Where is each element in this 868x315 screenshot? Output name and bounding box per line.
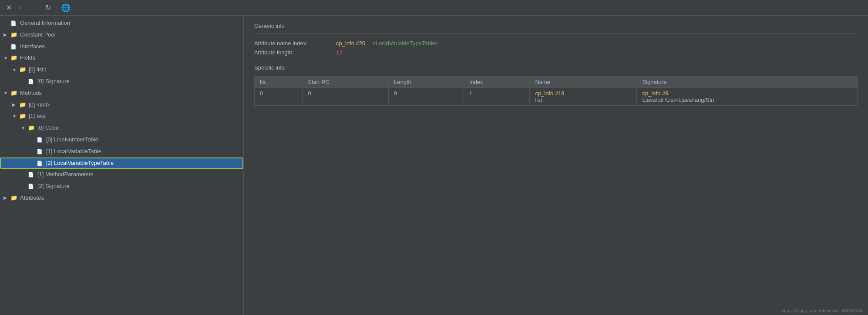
data-table-container: Nr. Start PC Length Index Name Signature… xyxy=(254,76,858,106)
file-icon xyxy=(28,170,36,179)
table-cell: 9 xyxy=(389,88,464,106)
folder-icon xyxy=(19,65,27,74)
attr-name-index-val-yellow: cp_info #20 xyxy=(336,40,365,47)
sidebar-item-label: Methods xyxy=(20,89,42,98)
generic-info-label: Generic info xyxy=(254,23,858,29)
sidebar-item-fields-list1-sig[interactable]: [0] Signature xyxy=(0,76,243,87)
footer-url: https://blog.csdn.net/weixin_43843104 xyxy=(781,308,863,313)
sidebar-item-label: Interfaces xyxy=(20,42,45,51)
sidebar-item-code-localvariable[interactable]: [1] LocalVariableTable xyxy=(0,146,243,158)
sidebar-item-label: [0] Code xyxy=(37,124,59,133)
toolbar-divider xyxy=(57,3,57,12)
attr-name-index-row: Attribute name index: cp_info #20 <Local… xyxy=(254,40,858,47)
arrow-icon xyxy=(3,194,10,201)
content-area: Generic info Attribute name index: cp_in… xyxy=(244,16,868,315)
file-icon xyxy=(37,147,44,156)
back-button[interactable]: ← xyxy=(17,3,27,13)
sidebar-item-general-info[interactable]: General Information xyxy=(0,17,243,29)
folder-icon xyxy=(10,54,18,63)
sidebar-item-label: [0] LineNumberTable xyxy=(46,135,98,144)
folder-icon xyxy=(10,194,18,203)
col-start-pc: Start PC xyxy=(303,77,389,88)
table-row: 0091cp_info #19listcp_info #9Ljava/util/… xyxy=(255,88,857,106)
refresh-button[interactable]: ↻ xyxy=(43,3,53,13)
sidebar-item-label: Fields xyxy=(20,54,35,63)
cell-yellow-val: cp_info #19 xyxy=(535,90,631,97)
sidebar-item-methods[interactable]: Methods xyxy=(0,87,243,99)
sidebar-item-fields[interactable]: Fields xyxy=(0,52,243,64)
file-icon xyxy=(37,135,44,144)
file-icon xyxy=(10,19,18,28)
sidebar-item-methods-init[interactable]: [0] <init> xyxy=(0,99,243,111)
sidebar-item-methods-params[interactable]: [1] MethodParameters xyxy=(0,169,243,181)
folder-icon xyxy=(19,101,27,110)
sidebar-item-attributes[interactable]: Attributes xyxy=(0,192,243,204)
table-cell: 1 xyxy=(464,88,530,106)
folder-icon xyxy=(28,124,36,133)
folder-icon xyxy=(10,89,18,98)
toolbar: ✕ ← → ↻ 🌐 xyxy=(0,0,868,16)
sidebar-item-interfaces[interactable]: Interfaces xyxy=(0,41,243,53)
col-nr: Nr. xyxy=(255,77,303,88)
globe-button[interactable]: 🌐 xyxy=(61,3,71,13)
col-name: Name xyxy=(530,77,637,88)
attr-length-key: Attribute length: xyxy=(254,49,333,56)
sidebar-item-label: Attributes xyxy=(20,194,44,203)
arrow-icon xyxy=(3,31,10,38)
sidebar-item-label: [0] Signature xyxy=(37,77,70,86)
attr-name-index-key: Attribute name index: xyxy=(254,40,333,47)
folder-icon xyxy=(19,112,27,121)
arrow-icon xyxy=(12,113,19,120)
file-icon xyxy=(37,159,44,168)
table-cell: 0 xyxy=(255,88,303,106)
data-table: Nr. Start PC Length Index Name Signature… xyxy=(255,77,857,105)
file-icon xyxy=(28,77,36,86)
forward-button[interactable]: → xyxy=(30,3,40,13)
main-area: General InformationConstant PoolInterfac… xyxy=(0,16,868,315)
sidebar-item-constant-pool[interactable]: Constant Pool xyxy=(0,29,243,41)
attr-length-val: 12 xyxy=(336,49,342,56)
arrow-icon xyxy=(21,125,28,132)
file-icon xyxy=(28,182,36,191)
col-index: Index xyxy=(464,77,530,88)
cell-sub-val: Ljava/util/List<Ljava/lang/Stri xyxy=(642,97,852,103)
col-signature: Signature xyxy=(637,77,857,88)
attr-name-index-val-green: <LocalVariableTypeTable> xyxy=(372,40,438,47)
sidebar-item-methods-sig[interactable]: [2] Signature xyxy=(0,181,243,192)
sidebar-item-label: [0] <init> xyxy=(29,101,50,110)
attr-length-row: Attribute length: 12 xyxy=(254,49,858,56)
cell-yellow-val: cp_info #9 xyxy=(642,90,852,97)
cell-sub-val: list xyxy=(535,97,631,103)
arrow-icon xyxy=(12,67,19,74)
specific-info-label: Specific info xyxy=(254,64,858,71)
sidebar: General InformationConstant PoolInterfac… xyxy=(0,16,244,315)
specific-section: Specific info Nr. Start PC Length Index … xyxy=(254,64,858,106)
table-cell: 0 xyxy=(303,88,389,106)
close-button[interactable]: ✕ xyxy=(3,3,14,13)
sidebar-item-label: [1] MethodParameters xyxy=(37,170,94,179)
arrow-icon xyxy=(12,101,19,108)
sidebar-item-label: [0] list1 xyxy=(29,65,47,74)
sidebar-item-code-localvariabletype[interactable]: [2] LocalVariableTypeTable xyxy=(0,158,243,169)
file-icon xyxy=(10,42,18,51)
sidebar-item-methods-test-code[interactable]: [0] Code xyxy=(0,122,243,134)
sidebar-item-label: General Information xyxy=(20,19,70,28)
sidebar-item-label: Constant Pool xyxy=(20,30,56,40)
sidebar-item-methods-test[interactable]: [1] test xyxy=(0,111,243,122)
table-cell: cp_info #19list xyxy=(530,88,637,106)
sidebar-item-label: [2] Signature xyxy=(37,182,70,191)
col-length: Length xyxy=(389,77,464,88)
sidebar-item-fields-list1[interactable]: [0] list1 xyxy=(0,64,243,76)
sidebar-item-code-linenumber[interactable]: [0] LineNumberTable xyxy=(0,134,243,146)
table-cell: cp_info #9Ljava/util/List<Ljava/lang/Str… xyxy=(637,88,857,106)
sidebar-item-label: [1] test xyxy=(29,112,46,121)
sidebar-item-label: [1] LocalVariableTable xyxy=(46,147,101,156)
arrow-icon xyxy=(3,55,10,62)
folder-icon xyxy=(10,30,18,40)
sidebar-item-label: [2] LocalVariableTypeTable xyxy=(46,159,114,168)
arrow-icon xyxy=(3,90,10,97)
